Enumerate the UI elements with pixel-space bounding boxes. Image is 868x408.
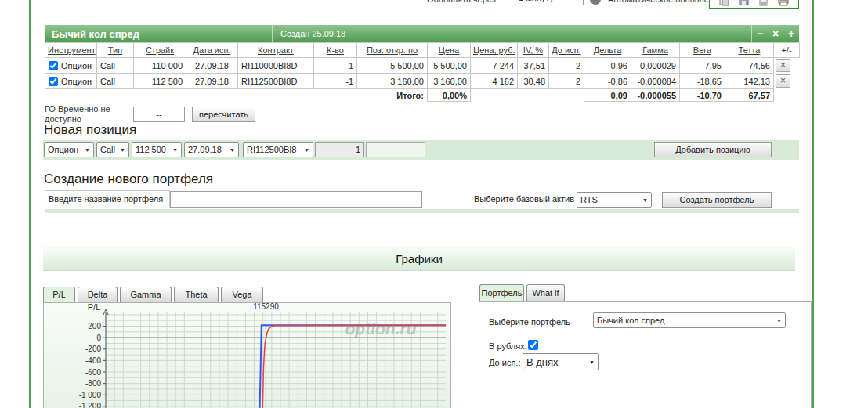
row-checkbox[interactable] (49, 61, 58, 70)
type-select-value: Call (100, 145, 115, 154)
settings-icon[interactable] (590, 0, 601, 5)
open-price-cell[interactable]: 3 160,00 (357, 74, 428, 89)
delta-cell: -0,86 (584, 74, 631, 89)
delta-cell: 0,96 (584, 58, 631, 74)
strike-cell: 110 000 (134, 58, 186, 74)
col-gamma[interactable]: Гамма (631, 43, 680, 58)
exp-date-cell: 27.09.18 (186, 58, 238, 74)
chevron-down-icon: ▼ (85, 147, 90, 153)
tab-delta[interactable]: Delta (78, 287, 118, 302)
rubles-checkbox[interactable] (528, 340, 538, 350)
chevron-down-icon: ▼ (589, 359, 595, 365)
base-asset-label: Выберите базовый актив (427, 194, 574, 204)
exp-date-select-value: 27.09.18 (188, 145, 222, 154)
tab-pl[interactable]: P/L (43, 287, 75, 302)
options-portfolio-page: Обновлять через 1 минуту ▼ Автоматическо… (0, 0, 868, 408)
totals-label: Итого: (357, 89, 428, 102)
col-qty[interactable]: К-во (314, 43, 357, 58)
col-type[interactable]: Тип (97, 43, 134, 58)
pl-chart-canvas: option.ru2000-200-400-600-800-1 000-1 20… (44, 303, 450, 408)
col-price[interactable]: Цена (428, 43, 471, 58)
strike-select[interactable]: 112 500▼ (132, 142, 182, 157)
delete-row-icon[interactable]: × (776, 74, 790, 88)
create-portfolio-heading: Создание нового портфеля (44, 172, 213, 187)
delete-row-icon[interactable]: × (776, 59, 790, 72)
charts-section-heading: Графики (43, 247, 795, 271)
col-price-rub[interactable]: Цена, руб. (471, 43, 518, 58)
add-icon[interactable]: + (783, 25, 799, 42)
price-cell[interactable]: 5 500,00 (428, 58, 471, 74)
base-asset-select[interactable]: RTS▼ (577, 192, 652, 208)
col-strike[interactable]: Страйк (134, 43, 186, 58)
table-row: Опцион Call 110 000 27.09.18 RI110000BI8… (45, 58, 800, 74)
col-days[interactable]: До исп. (549, 43, 584, 58)
create-portfolio-button[interactable]: Создать портфель (662, 192, 772, 208)
print-icon[interactable] (777, 0, 790, 6)
portfolio-select[interactable]: Бычий кол спред▼ (593, 312, 786, 328)
portfolio-title: Бычий кол спред (45, 28, 272, 40)
col-vega[interactable]: Вега (680, 43, 725, 58)
close-icon[interactable]: × (768, 25, 783, 42)
svg-text:0: 0 (96, 334, 101, 342)
contract-select[interactable]: RI112500BI8▼ (243, 142, 313, 157)
row-checkbox[interactable] (49, 77, 58, 86)
col-theta[interactable]: Тетта (725, 43, 774, 58)
contract-cell: RI112500BI8D (238, 74, 314, 89)
portfolio-name-input[interactable] (170, 191, 422, 208)
recalculate-button[interactable]: пересчитать (192, 107, 255, 122)
new-position-price-field[interactable] (366, 142, 425, 157)
chevron-down-icon: ▼ (120, 147, 125, 153)
col-open-price[interactable]: Поз. откр. по (357, 43, 428, 58)
exp-date-select[interactable]: 27.09.18▼ (184, 142, 239, 157)
svg-text:option.ru: option.ru (345, 320, 417, 338)
col-delta[interactable]: Дельта (584, 43, 631, 58)
add-position-button[interactable]: Добавить позицию (654, 142, 772, 157)
chevron-down-icon: ▼ (304, 147, 309, 153)
save-icon[interactable] (738, 0, 750, 6)
portfolio-created-date: Создан 25.09.18 (273, 29, 751, 38)
price-cell[interactable]: 3 160,00 (428, 74, 471, 89)
export-icon[interactable] (758, 0, 769, 6)
copy-icon[interactable] (718, 0, 730, 6)
refresh-interval-label: Обновлять через (427, 0, 496, 4)
theta-cell: 142,13 (725, 74, 774, 89)
svg-text:-600: -600 (85, 368, 101, 377)
tab-portfolio[interactable]: Портфель (479, 284, 524, 301)
base-asset-select-value: RTS (580, 195, 598, 204)
contract-cell: RI110000BI8D (238, 58, 314, 74)
totals-price: 0,00% (428, 89, 471, 102)
totals-row: Итого: 0,00% 0,09 -0,000055 -10,70 67,57 (45, 89, 800, 102)
col-iv[interactable]: IV, % (518, 43, 549, 58)
minimize-icon[interactable]: − (752, 25, 768, 42)
right-page-border (812, 0, 814, 408)
tab-gamma[interactable]: Gamma (120, 287, 172, 302)
col-exp-date[interactable]: Дата исп. (186, 43, 238, 58)
go-value-field[interactable]: -- (133, 107, 185, 122)
days-select[interactable]: В днях▼ (523, 353, 599, 370)
refresh-interval-select[interactable]: 1 минуту ▼ (515, 0, 584, 5)
instrument-select[interactable]: Опцион▼ (44, 142, 94, 157)
toolbar-icon-box (709, 0, 799, 9)
col-contract[interactable]: Контракт (238, 43, 314, 58)
chevron-down-icon: ▼ (172, 147, 178, 153)
qty-cell[interactable]: 1 (314, 58, 357, 74)
type-select[interactable]: Call▼ (96, 142, 129, 157)
select-portfolio-label: Выберите портфель (489, 317, 570, 327)
days-select-value: В днях (526, 356, 559, 368)
tab-theta[interactable]: Theta (174, 287, 219, 302)
open-price-cell[interactable]: 5 500,00 (357, 58, 428, 74)
qty-cell[interactable]: -1 (314, 74, 357, 89)
col-instrument[interactable]: Инструмент (45, 43, 97, 58)
chevron-down-icon: ▼ (574, 0, 580, 1)
tab-what-if[interactable]: What if (526, 284, 565, 301)
col-plus-minus: +/- (774, 43, 800, 58)
portfolio-select-value: Бычий кол спред (597, 316, 664, 325)
theta-cell: -74,56 (725, 58, 774, 74)
positions-table: Инструмент Тип Страйк Дата исп. Контракт… (45, 42, 800, 102)
table-row: Опцион Call 112 500 27.09.18 RI112500BI8… (45, 74, 800, 89)
svg-text:-1 200: -1 200 (79, 402, 102, 408)
tab-vega[interactable]: Vega (221, 287, 263, 302)
totals-vega: -10,70 (680, 89, 725, 102)
new-position-qty-field[interactable]: 1 (315, 142, 364, 157)
vega-cell: -18,65 (680, 74, 725, 89)
